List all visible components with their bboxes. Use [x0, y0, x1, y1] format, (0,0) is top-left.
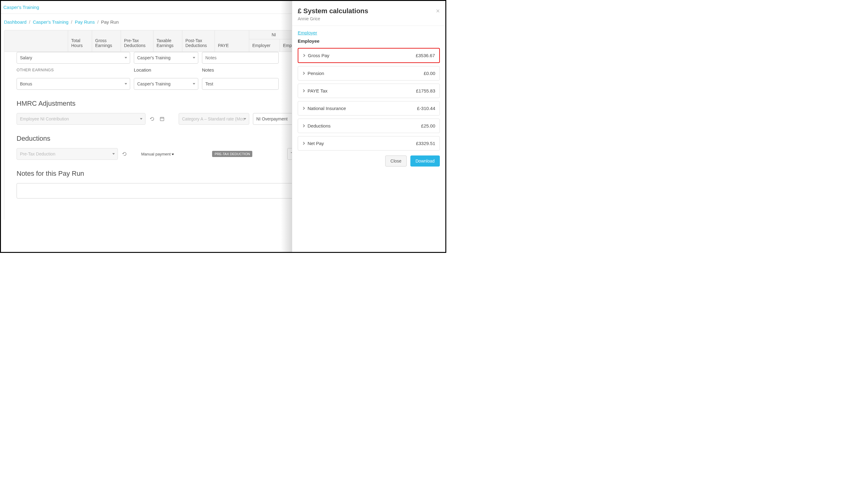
close-button[interactable]: Close — [385, 155, 407, 167]
salary-select[interactable]: Salary — [17, 52, 130, 64]
calc-label: National Insurance — [308, 106, 346, 111]
calc-value: £25.00 — [421, 123, 435, 128]
notes-input-1[interactable] — [202, 52, 279, 64]
chevron-right-icon — [302, 72, 305, 75]
calc-item-net-pay[interactable]: Net Pay£3329.51 — [298, 136, 440, 150]
tab-employer[interactable]: Employer — [298, 30, 440, 35]
breadcrumb-sep: / — [29, 19, 30, 25]
calc-label: Pension — [308, 71, 324, 76]
th-pretax: Pre-Tax Deductions — [121, 30, 153, 52]
chevron-right-icon — [302, 142, 305, 145]
calc-value: £0.00 — [424, 71, 435, 76]
breadcrumb-sep: / — [71, 19, 72, 25]
calc-item-national-insurance[interactable]: National Insurance£-310.44 — [298, 101, 440, 116]
pretax-deduction-select: Pre-Tax Deduction — [17, 148, 118, 160]
calc-label: PAYE Tax — [308, 88, 328, 93]
undo-icon-2[interactable] — [122, 151, 128, 157]
undo-icon[interactable] — [149, 116, 155, 122]
panel-title: £ System calculations — [298, 7, 368, 15]
th-blank — [4, 30, 68, 52]
th-ni-employer: Employer — [249, 39, 280, 52]
notes-input-2[interactable] — [202, 78, 279, 90]
th-posttax: Post-Tax Deductions — [182, 30, 215, 52]
panel-subtitle: Annie Grice — [298, 16, 368, 21]
calc-label: Deductions — [308, 123, 331, 128]
calc-value: £3329.51 — [416, 141, 435, 146]
calc-value: £1755.83 — [416, 88, 435, 93]
breadcrumb-current: Pay Run — [101, 19, 119, 25]
bonus-select[interactable]: Bonus — [17, 78, 130, 90]
calc-label: Net Pay — [308, 141, 324, 146]
manual-payment-dropdown[interactable]: Manual payment — [141, 152, 174, 156]
th-taxable: Taxable Earnings — [153, 30, 182, 52]
calendar-icon[interactable] — [159, 116, 165, 122]
pound-icon: £ — [298, 7, 301, 15]
employee-ni-select: Employee NI Contribution — [17, 113, 146, 125]
calc-value: £3536.67 — [415, 53, 435, 58]
pretax-badge: PRE-TAX DEDUCTION — [212, 151, 252, 157]
calc-label: Gross Pay — [308, 53, 329, 58]
location-label: Location — [134, 67, 198, 73]
calc-value: £-310.44 — [417, 106, 435, 111]
calc-item-pension[interactable]: Pension£0.00 — [298, 66, 440, 81]
other-earnings-label: OTHER EARNINGS — [17, 67, 130, 72]
panel-divider — [292, 26, 445, 26]
breadcrumb-org[interactable]: Casper's Training — [33, 19, 68, 25]
chevron-right-icon — [302, 89, 305, 92]
location-select-1[interactable]: Casper's Training — [134, 52, 198, 64]
th-paye: PAYE — [215, 30, 249, 52]
calc-item-paye-tax[interactable]: PAYE Tax£1755.83 — [298, 84, 440, 98]
calc-list: Gross Pay£3536.67Pension£0.00PAYE Tax£17… — [298, 48, 440, 150]
caret-down-icon — [172, 154, 174, 155]
chevron-right-icon — [302, 54, 305, 57]
download-button[interactable]: Download — [410, 155, 440, 167]
calc-item-deductions[interactable]: Deductions£25.00 — [298, 119, 440, 133]
th-ni-group: NI — [249, 30, 298, 39]
breadcrumb-dashboard[interactable]: Dashboard — [4, 19, 26, 25]
close-icon[interactable]: × — [436, 7, 440, 15]
system-calculations-panel: £ System calculations Annie Grice × Empl… — [292, 1, 445, 252]
location-select-2[interactable]: Casper's Training — [134, 78, 198, 90]
calc-item-gross-pay[interactable]: Gross Pay£3536.67 — [298, 48, 440, 63]
tab-employee[interactable]: Employee — [298, 38, 440, 44]
th-gross-earnings: Gross Earnings — [92, 30, 121, 52]
notes-label: Notes — [202, 67, 279, 73]
org-link[interactable]: Casper's Training — [3, 5, 39, 10]
th-total-hours: Total Hours — [68, 30, 92, 52]
svg-rect-0 — [160, 117, 164, 121]
chevron-right-icon — [302, 124, 305, 127]
chevron-right-icon — [302, 107, 305, 110]
category-select: Category A – Standard rate (Mos — [179, 113, 249, 125]
breadcrumb-payruns[interactable]: Pay Runs — [75, 19, 95, 25]
breadcrumb-sep: / — [97, 19, 98, 25]
